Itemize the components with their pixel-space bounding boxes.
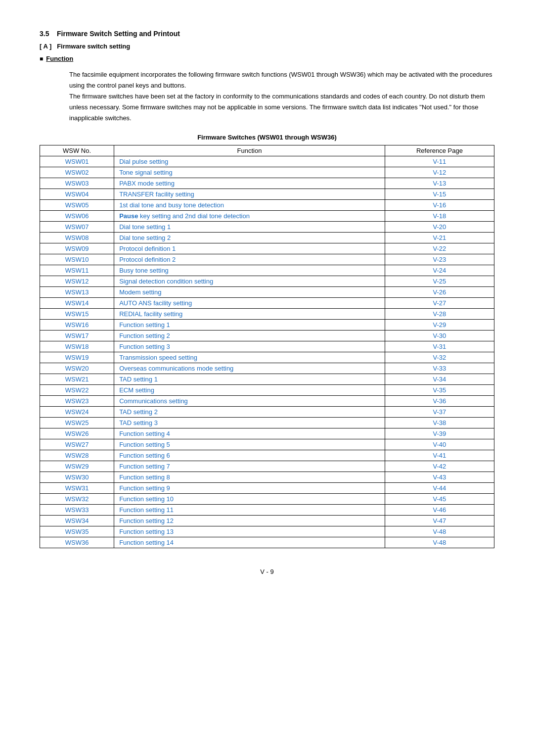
function-description: Function setting 2 bbox=[114, 331, 385, 341]
wsw-number: WSW12 bbox=[40, 276, 114, 287]
reference-page: V-35 bbox=[385, 385, 494, 396]
wsw-number: WSW22 bbox=[40, 385, 114, 396]
col-header-ref: Reference Page bbox=[385, 145, 494, 156]
function-description: TAD setting 3 bbox=[114, 418, 385, 428]
wsw-number: WSW24 bbox=[40, 407, 114, 418]
wsw-number: WSW28 bbox=[40, 450, 114, 461]
function-description: Dial tone setting 1 bbox=[114, 222, 385, 233]
reference-page: V-43 bbox=[385, 472, 494, 483]
wsw-number: WSW30 bbox=[40, 472, 114, 483]
table-row: WSW36Function setting 14V-48 bbox=[40, 537, 494, 548]
wsw-number: WSW01 bbox=[40, 156, 114, 167]
function-description: Function setting 12 bbox=[114, 516, 385, 526]
reference-page: V-25 bbox=[385, 276, 494, 287]
function-description: Overseas communications mode setting bbox=[114, 363, 385, 374]
reference-page: V-42 bbox=[385, 461, 494, 472]
wsw-number: WSW14 bbox=[40, 298, 114, 309]
function-description: Tone signal setting bbox=[114, 167, 385, 178]
wsw-number: WSW27 bbox=[40, 439, 114, 450]
reference-page: V-44 bbox=[385, 483, 494, 494]
reference-page: V-37 bbox=[385, 407, 494, 418]
table-row: WSW12Signal detection condition settingV… bbox=[40, 276, 494, 287]
wsw-number: WSW07 bbox=[40, 222, 114, 233]
page-footer: V - 9 bbox=[40, 568, 494, 575]
reference-page: V-23 bbox=[385, 254, 494, 265]
table-row: WSW10Protocol definition 2V-23 bbox=[40, 254, 494, 265]
reference-page: V-40 bbox=[385, 439, 494, 450]
reference-page: V-29 bbox=[385, 320, 494, 331]
function-description: TRANSFER facility setting bbox=[114, 189, 385, 200]
wsw-number: WSW11 bbox=[40, 265, 114, 276]
function-description: Dial tone setting 2 bbox=[114, 233, 385, 243]
wsw-number: WSW06 bbox=[40, 211, 114, 222]
reference-page: V-33 bbox=[385, 363, 494, 374]
function-description: Function setting 5 bbox=[114, 439, 385, 450]
function-description: PABX mode setting bbox=[114, 178, 385, 189]
wsw-number: WSW17 bbox=[40, 331, 114, 341]
wsw-number: WSW04 bbox=[40, 189, 114, 200]
wsw-number: WSW36 bbox=[40, 537, 114, 548]
wsw-number: WSW23 bbox=[40, 396, 114, 407]
table-row: WSW13Modem settingV-26 bbox=[40, 287, 494, 298]
reference-page: V-13 bbox=[385, 178, 494, 189]
wsw-number: WSW13 bbox=[40, 287, 114, 298]
wsw-number: WSW08 bbox=[40, 233, 114, 243]
reference-page: V-24 bbox=[385, 265, 494, 276]
reference-page: V-41 bbox=[385, 450, 494, 461]
table-row: WSW07Dial tone setting 1V-20 bbox=[40, 222, 494, 233]
table-title: Firmware Switches (WSW01 through WSW36) bbox=[40, 134, 494, 141]
reference-page: V-26 bbox=[385, 287, 494, 298]
reference-page: V-16 bbox=[385, 200, 494, 211]
table-row: WSW01Dial pulse settingV-11 bbox=[40, 156, 494, 167]
table-row: WSW09Protocol definition 1V-22 bbox=[40, 243, 494, 254]
wsw-number: WSW26 bbox=[40, 428, 114, 439]
table-row: WSW30Function setting 8V-43 bbox=[40, 472, 494, 483]
reference-page: V-30 bbox=[385, 331, 494, 341]
table-row: WSW04TRANSFER facility settingV-15 bbox=[40, 189, 494, 200]
wsw-number: WSW35 bbox=[40, 526, 114, 537]
reference-page: V-48 bbox=[385, 526, 494, 537]
reference-page: V-48 bbox=[385, 537, 494, 548]
table-row: WSW11Busy tone settingV-24 bbox=[40, 265, 494, 276]
table-row: WSW31Function setting 9V-44 bbox=[40, 483, 494, 494]
reference-page: V-28 bbox=[385, 309, 494, 320]
subsection-heading: [ A ] Firmware switch setting bbox=[40, 43, 494, 50]
function-description: ECM setting bbox=[114, 385, 385, 396]
function-description: REDIAL facility setting bbox=[114, 309, 385, 320]
function-description: TAD setting 1 bbox=[114, 374, 385, 385]
table-row: WSW34Function setting 12V-47 bbox=[40, 516, 494, 526]
col-header-wsw: WSW No. bbox=[40, 145, 114, 156]
table-row: WSW20Overseas communications mode settin… bbox=[40, 363, 494, 374]
function-description: Function setting 14 bbox=[114, 537, 385, 548]
table-row: WSW25TAD setting 3V-38 bbox=[40, 418, 494, 428]
reference-page: V-46 bbox=[385, 505, 494, 516]
wsw-number: WSW18 bbox=[40, 341, 114, 352]
reference-page: V-39 bbox=[385, 428, 494, 439]
table-row: WSW03PABX mode settingV-13 bbox=[40, 178, 494, 189]
table-row: WSW17Function setting 2V-30 bbox=[40, 331, 494, 341]
function-description: Signal detection condition setting bbox=[114, 276, 385, 287]
wsw-number: WSW21 bbox=[40, 374, 114, 385]
table-header-row: WSW No. Function Reference Page bbox=[40, 145, 494, 156]
function-description: Dial pulse setting bbox=[114, 156, 385, 167]
table-row: WSW19Transmission speed settingV-32 bbox=[40, 352, 494, 363]
reference-page: V-12 bbox=[385, 167, 494, 178]
table-row: WSW27Function setting 5V-40 bbox=[40, 439, 494, 450]
function-description: Modem setting bbox=[114, 287, 385, 298]
function-description: Function setting 9 bbox=[114, 483, 385, 494]
reference-page: V-47 bbox=[385, 516, 494, 526]
reference-page: V-22 bbox=[385, 243, 494, 254]
function-description: Function setting 7 bbox=[114, 461, 385, 472]
table-row: WSW28Function setting 6V-41 bbox=[40, 450, 494, 461]
function-description: Function setting 10 bbox=[114, 494, 385, 505]
wsw-number: WSW03 bbox=[40, 178, 114, 189]
wsw-number: WSW25 bbox=[40, 418, 114, 428]
table-row: WSW29Function setting 7V-42 bbox=[40, 461, 494, 472]
table-row: WSW14AUTO ANS facility settingV-27 bbox=[40, 298, 494, 309]
function-description: Protocol definition 2 bbox=[114, 254, 385, 265]
wsw-number: WSW02 bbox=[40, 167, 114, 178]
reference-page: V-32 bbox=[385, 352, 494, 363]
function-description: AUTO ANS facility setting bbox=[114, 298, 385, 309]
reference-page: V-38 bbox=[385, 418, 494, 428]
table-row: WSW21TAD setting 1V-34 bbox=[40, 374, 494, 385]
